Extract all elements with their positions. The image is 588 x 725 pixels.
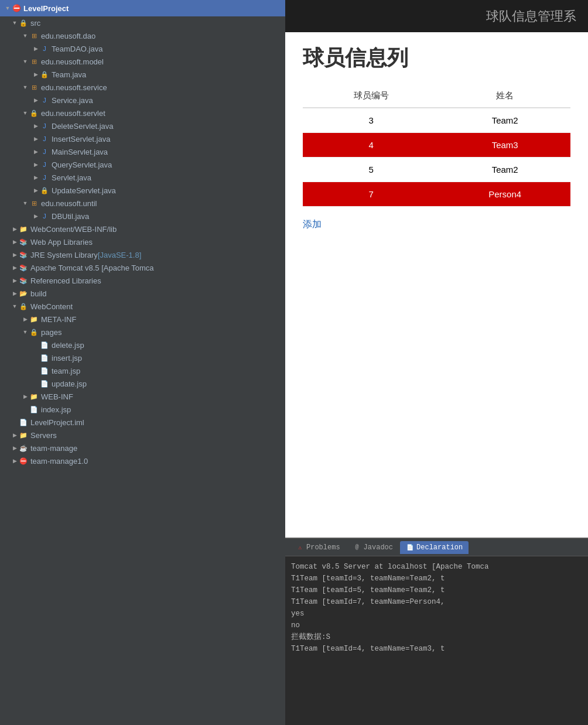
insert-jsp-icon: 📄: [40, 353, 49, 363]
tree-pages[interactable]: 🔒 pages: [0, 326, 285, 338]
update-jsp-icon: 📄: [40, 379, 49, 388]
tomcat-label: Apache Tomcat v8.5 [Apache Tomca: [30, 264, 154, 272]
delete-jsp-icon: 📄: [40, 340, 49, 350]
tree-update-jsp[interactable]: 📄 update.jsp: [0, 377, 285, 390]
console-line: yes: [291, 608, 582, 620]
team-jsp-icon: 📄: [40, 366, 49, 375]
servers-arrow: [11, 431, 19, 439]
deleteservlet-label: DeleteServlet.java: [52, 122, 114, 131]
mainservlet-arrow: [32, 148, 40, 156]
console-line: T1Team [teamId=4, teamName=Team3, t: [291, 643, 582, 655]
delete-jsp-arrow: [32, 341, 40, 349]
servlet-pkg-icon: 🔒: [29, 108, 39, 118]
pages-label: pages: [41, 328, 61, 337]
tree-dbutil[interactable]: J DBUtil.java: [0, 210, 285, 223]
tree-queryservlet[interactable]: J QueryServlet.java: [0, 158, 285, 171]
cell-id: 5: [303, 158, 439, 182]
insertservlet-icon: J: [40, 134, 49, 143]
tab-declaration[interactable]: 📄 Declaration: [400, 541, 469, 554]
tree-meta-inf[interactable]: 📁 META-INF: [0, 313, 285, 326]
tree-web-inf[interactable]: 📁 WEB-INF: [0, 390, 285, 403]
delete-jsp-label: delete.jsp: [52, 341, 84, 350]
tree-insert-jsp[interactable]: 📄 insert.jsp: [0, 351, 285, 364]
tree-team-jsp[interactable]: 📄 team.jsp: [0, 364, 285, 377]
project-header[interactable]: ⛔ LevelProject: [0, 0, 285, 16]
tree-servlet-java[interactable]: J Servlet.java: [0, 171, 285, 184]
console-line: T1Team [teamId=5, teamName=Team2, t: [291, 584, 582, 596]
updateservlet-icon: 🔒: [40, 186, 49, 195]
jre-label: JRE System Library: [30, 251, 98, 259]
servers-icon: 📁: [19, 430, 28, 440]
project-tree[interactable]: ⛔ LevelProject 🔒 src ⊞ edu.neusoft.dao J…: [0, 0, 285, 725]
tab-problems[interactable]: ⚠ Problems: [290, 541, 346, 554]
project-icon: ⛔: [12, 4, 21, 13]
team-java-icon: 🔒: [40, 70, 49, 79]
tree-src[interactable]: 🔒 src: [0, 16, 285, 29]
console-line: T1Team [teamId=7, teamName=Person4,: [291, 596, 582, 608]
tree-tomcat[interactable]: 📚 Apache Tomcat v8.5 [Apache Tomca: [0, 261, 285, 274]
tab-declaration-label: Declaration: [416, 543, 463, 552]
team-java-label: Team.java: [52, 70, 86, 79]
tomcat-icon: 📚: [19, 263, 28, 272]
tree-webcontent[interactable]: 🔒 WebContent: [0, 300, 285, 313]
browser-area: 球队信息管理系 球员信息列 球员编号 姓名 3 Team2 4 Team3 5 …: [285, 0, 588, 538]
tree-servlet-pkg[interactable]: 🔒 edu.neusoft.servlet: [0, 107, 285, 119]
jre-version-label: [JavaSE-1.8]: [98, 251, 141, 259]
dbutil-label: DBUtil.java: [52, 212, 89, 221]
tree-insertservlet[interactable]: J InsertServlet.java: [0, 132, 285, 145]
webcontent-label: WebContent: [30, 302, 73, 311]
iml-icon: 📄: [19, 418, 28, 427]
tree-model-pkg[interactable]: ⊞ edu.neusoft.model: [0, 55, 285, 68]
insert-jsp-arrow: [32, 354, 40, 362]
tab-javadoc[interactable]: @ Javadoc: [347, 541, 399, 554]
tree-teamdao[interactable]: J TeamDAO.java: [0, 42, 285, 55]
queryservlet-icon: J: [40, 160, 49, 169]
tree-service-java[interactable]: J Service.java: [0, 94, 285, 107]
declaration-icon: 📄: [406, 543, 414, 552]
tree-updateservlet[interactable]: 🔒 UpdateServlet.java: [0, 184, 285, 197]
tree-levelproject-iml[interactable]: 📄 LevelProject.iml: [0, 416, 285, 429]
deleteservlet-arrow: [32, 122, 40, 130]
tree-until-pkg[interactable]: ⊞ edu.neusoft.until: [0, 197, 285, 210]
tree-team-manage[interactable]: ☕ team-manage: [0, 442, 285, 454]
console-line: T1Team [teamId=3, teamName=Team2, t: [291, 573, 582, 584]
web-inf-icon: 📁: [29, 392, 39, 401]
reflibs-arrow: [11, 276, 19, 285]
team-manage1-icon: ⛔: [19, 456, 28, 466]
tree-reflibs[interactable]: 📚 Referenced Libraries: [0, 274, 285, 287]
tree-delete-jsp[interactable]: 📄 delete.jsp: [0, 338, 285, 351]
console-line: 拦截数据:S: [291, 631, 582, 643]
tree-servers[interactable]: 📁 Servers: [0, 429, 285, 442]
tree-mainservlet[interactable]: J MainServlet.java: [0, 145, 285, 158]
until-pkg-icon: ⊞: [29, 199, 39, 208]
pages-arrow: [21, 328, 29, 336]
tree-build[interactable]: 📂 build: [0, 287, 285, 300]
service-pkg-icon: ⊞: [29, 83, 39, 92]
dao-arrow: [21, 32, 29, 40]
tree-dao-pkg[interactable]: ⊞ edu.neusoft.dao: [0, 29, 285, 42]
index-jsp-arrow: [21, 405, 29, 413]
tree-service-pkg[interactable]: ⊞ edu.neusoft.service: [0, 81, 285, 94]
tree-webapp-libs[interactable]: 📚 Web App Libraries: [0, 235, 285, 248]
model-pkg-icon: ⊞: [29, 57, 39, 66]
add-link[interactable]: 添加: [303, 216, 322, 234]
web-content: 球员信息列 球员编号 姓名 3 Team2 4 Team3 5 Team2 7 …: [285, 32, 588, 538]
cell-id: 7: [303, 182, 439, 207]
tree-index-jsp[interactable]: 📄 index.jsp: [0, 403, 285, 416]
tree-team-java[interactable]: 🔒 Team.java: [0, 68, 285, 81]
model-pkg-label: edu.neusoft.model: [41, 57, 104, 66]
tree-team-manage1[interactable]: ⛔ team-manage1.0: [0, 454, 285, 467]
webcontent-lib-arrow: [11, 225, 19, 233]
service-java-label: Service.java: [52, 96, 93, 105]
team-jsp-arrow: [32, 367, 40, 375]
tree-deleteservlet[interactable]: J DeleteServlet.java: [0, 119, 285, 132]
src-label: src: [30, 19, 40, 28]
dao-pkg-label: edu.neusoft.dao: [41, 32, 95, 40]
team-manage-arrow: [11, 444, 19, 452]
tree-webcontent-lib[interactable]: 📁 WebContent/WEB-INF/lib: [0, 223, 285, 235]
tree-jre[interactable]: 📚 JRE System Library [JavaSE-1.8]: [0, 248, 285, 261]
col-header-id: 球员编号: [303, 84, 439, 108]
team-manage1-arrow: [11, 457, 19, 465]
service-java-icon: J: [40, 95, 49, 105]
cell-name: Team2: [439, 108, 570, 133]
